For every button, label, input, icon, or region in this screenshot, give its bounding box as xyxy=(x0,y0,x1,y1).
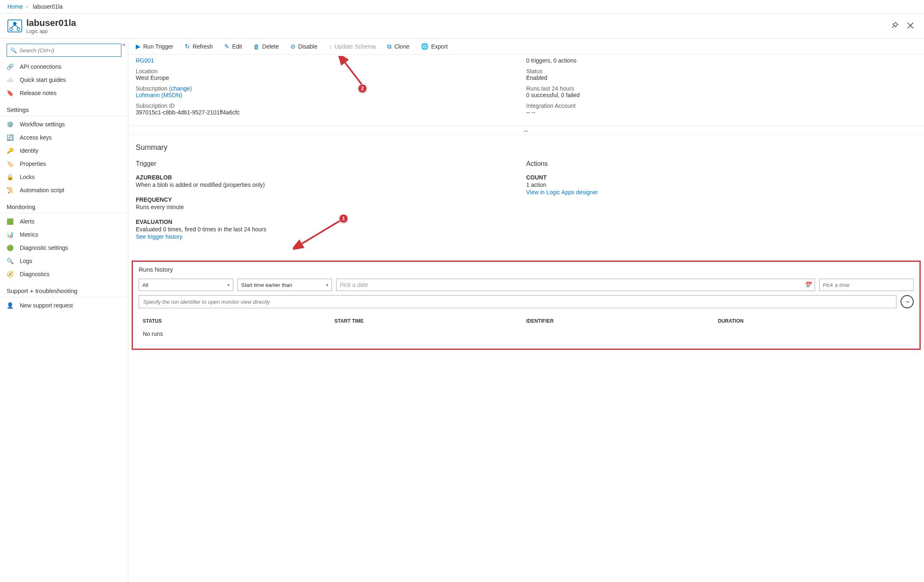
disable-icon: ⊘ xyxy=(290,43,296,50)
search-input[interactable] xyxy=(19,47,118,54)
evaluation-value: Evaluated 0 times, fired 0 times in the … xyxy=(136,226,518,233)
search-box[interactable]: 🔍 xyxy=(7,44,121,57)
change-subscription-link[interactable]: change xyxy=(171,85,190,92)
summary-title: Summary xyxy=(136,143,917,152)
run-trigger-button[interactable]: ▶Run Trigger xyxy=(136,43,173,50)
subscription-link[interactable]: Lohmann (MSDN) xyxy=(136,92,182,98)
toolbar: ▶Run Trigger ↻Refresh ✎Edit 🗑Delete ⊘Dis… xyxy=(128,39,924,55)
select-value: All xyxy=(142,282,148,288)
sidebar-item-label: API connections xyxy=(20,63,61,70)
runs-history-title: Runs history xyxy=(139,266,914,273)
definition-value: 0 triggers, 0 actions xyxy=(526,57,917,64)
sidebar-item-diagnostic-settings[interactable]: 🟢Diagnostic settings xyxy=(0,241,128,254)
sidebar-section-monitoring: Monitoring xyxy=(0,197,128,213)
essentials: RG001 LocationWest Europe Subscription (… xyxy=(128,55,924,126)
toolbar-label: Refresh xyxy=(193,43,213,50)
sidebar-item-release-notes[interactable]: 🔖 Release notes xyxy=(0,86,128,100)
sidebar-section-settings: Settings xyxy=(0,100,128,116)
sidebar-item-label: Locks xyxy=(20,174,35,180)
link-icon: 🔗 xyxy=(7,63,15,70)
arrow-right-icon: → xyxy=(904,298,910,305)
subscription-label: Subscription (change) xyxy=(136,85,526,92)
export-button[interactable]: 🌐Export xyxy=(421,43,448,50)
support-icon: 👤 xyxy=(7,302,15,309)
frequency-value: Runs every minute xyxy=(136,204,518,210)
view-designer-link[interactable]: View in Logic Apps designer xyxy=(526,189,598,196)
refresh-button[interactable]: ↻Refresh xyxy=(185,43,213,50)
sidebar-item-label: Workflow settings xyxy=(20,121,65,128)
sidebar-item-locks[interactable]: 🔒Locks xyxy=(0,170,128,184)
disable-button[interactable]: ⊘Disable xyxy=(290,43,318,50)
evaluation-label: EVALUATION xyxy=(136,219,518,225)
breadcrumb-home[interactable]: Home xyxy=(7,3,23,10)
collapse-essentials-button[interactable]: ︽ xyxy=(128,126,924,135)
toolbar-label: Delete xyxy=(262,43,279,50)
sidebar-item-label: Logs xyxy=(20,258,32,264)
metrics-icon: 📊 xyxy=(7,231,15,238)
chevron-down-icon: ▾ xyxy=(326,283,328,287)
refresh-icon: ↻ xyxy=(185,43,190,50)
toolbar-label: Update Schema xyxy=(334,43,376,50)
sidebar-item-new-support[interactable]: 👤New support request xyxy=(0,299,128,312)
subid-value: 397015c1-c8bb-4d61-9527-2101ff4a6cfc xyxy=(136,109,526,116)
close-button[interactable] xyxy=(904,19,917,33)
sidebar-item-label: Quick start guides xyxy=(20,77,66,83)
edit-icon: ✎ xyxy=(224,43,230,50)
toolbar-label: Disable xyxy=(298,43,318,50)
placeholder-text: Pick a date xyxy=(340,282,368,288)
sidebar-section-support: Support + troubleshooting xyxy=(0,281,128,297)
toolbar-label: Export xyxy=(431,43,448,50)
sidebar-item-properties[interactable]: 🏷️Properties xyxy=(0,157,128,170)
location-label: Location xyxy=(136,68,526,74)
collapse-sidebar-button[interactable]: « xyxy=(122,41,125,48)
update-schema-button: ↑Update Schema xyxy=(329,43,376,50)
sidebar-item-access-keys[interactable]: 🔄Access keys xyxy=(0,131,128,144)
sidebar-item-alerts[interactable]: 🟩Alerts xyxy=(0,215,128,228)
sidebar-item-automation-script[interactable]: 📜Automation script xyxy=(0,184,128,197)
play-icon: ▶ xyxy=(136,43,141,50)
run-identifier-input[interactable] xyxy=(139,295,896,308)
svg-point-1 xyxy=(14,22,16,25)
delete-button[interactable]: 🗑Delete xyxy=(253,43,279,50)
runs-filter-start[interactable]: Start time earlier than▾ xyxy=(237,279,332,291)
runs-filter-status[interactable]: All▾ xyxy=(139,279,233,291)
sidebar-item-label: Identity xyxy=(20,147,38,154)
intacc-value: -- -- xyxy=(526,109,917,116)
bookmark-icon: 🔖 xyxy=(7,90,15,96)
sidebar-item-quick-start[interactable]: ☁️ Quick start guides xyxy=(0,73,128,86)
clone-button[interactable]: ⧉Clone xyxy=(387,43,409,50)
sidebar-item-metrics[interactable]: 📊Metrics xyxy=(0,228,128,241)
sidebar-item-identity[interactable]: 🔑Identity xyxy=(0,144,128,157)
key-icon: 🔑 xyxy=(7,147,15,154)
col-status: STATUS xyxy=(143,318,334,324)
pin-button[interactable] xyxy=(889,19,901,33)
toolbar-label: Edit xyxy=(232,43,242,50)
resource-group-link[interactable]: RG001 xyxy=(136,57,154,64)
breadcrumb: Home › labuser01la xyxy=(0,0,924,14)
actions-heading: Actions xyxy=(526,160,908,168)
subid-label: Subscription ID xyxy=(136,102,526,109)
lock-icon: 🔒 xyxy=(7,174,15,180)
see-trigger-history-link[interactable]: See trigger history xyxy=(136,233,183,240)
sidebar-item-diagnostics[interactable]: 🧭Diagnostics xyxy=(0,268,128,281)
toolbar-label: Run Trigger xyxy=(143,43,173,50)
go-button[interactable]: → xyxy=(901,295,914,308)
summary-section: Summary Trigger AZUREBLOBWhen a blob is … xyxy=(128,135,924,256)
refresh-key-icon: 🔄 xyxy=(7,134,15,141)
sidebar-item-label: Alerts xyxy=(20,218,35,225)
location-value: West Europe xyxy=(136,74,526,81)
runs-date-input[interactable]: Pick a date📅 xyxy=(336,279,815,291)
col-identifier: IDENTIFIER xyxy=(526,318,718,324)
sidebar-item-workflow-settings[interactable]: ⚙️Workflow settings xyxy=(0,118,128,131)
trigger-heading: Trigger xyxy=(136,160,518,168)
page-title: labuser01la xyxy=(26,18,76,28)
runs-time-input[interactable] xyxy=(819,279,914,291)
clone-icon: ⧉ xyxy=(387,43,392,50)
sidebar-item-logs[interactable]: 🔍Logs xyxy=(0,254,128,268)
status-label: Status xyxy=(526,68,917,74)
select-value: Start time earlier than xyxy=(241,282,292,288)
sidebar-item-label: Access keys xyxy=(20,134,52,141)
frequency-label: FREQUENCY xyxy=(136,196,518,203)
sidebar-item-api-connections[interactable]: 🔗 API connections xyxy=(0,60,128,73)
edit-button[interactable]: ✎Edit xyxy=(224,43,242,50)
